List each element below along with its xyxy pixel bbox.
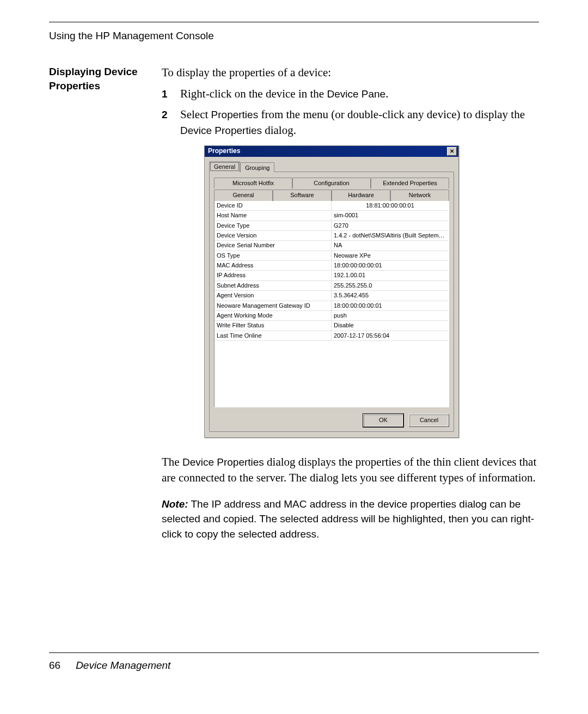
intro-text: To display the properties of a device:	[162, 65, 539, 81]
step-text: from the menu (or double-click any devic…	[258, 108, 525, 121]
header-rule	[49, 22, 539, 22]
prop-val[interactable]: 1.4.2 - dotNet\SMS\Altiris (Built Septem…	[332, 231, 449, 240]
prop-val[interactable]: G270	[332, 221, 449, 230]
close-icon[interactable]: ✕	[447, 147, 457, 156]
prop-val[interactable]: 18:00:00:00:00:01	[332, 301, 449, 310]
dialog-buttons: OK Cancel	[214, 414, 449, 427]
tab-extended-properties[interactable]: Extended Properties	[371, 178, 449, 188]
prop-row: Device ID18:81:00:00:00:01	[215, 201, 449, 211]
side-heading: Displaying Device Properties	[49, 65, 162, 93]
tab-configuration[interactable]: Configuration	[292, 178, 371, 188]
page-footer: 66 Device Management	[49, 652, 539, 672]
note-label: Note:	[162, 498, 188, 510]
prop-key: Write Filter Status	[215, 321, 332, 330]
inner-tab-row: Microsoft Hotfix Configuration Extended …	[214, 176, 449, 201]
prop-val[interactable]: sim-0001	[332, 211, 449, 220]
ui-ref-device-properties: Device Properties	[180, 125, 262, 136]
tab-grouping-outer[interactable]: Grouping	[240, 162, 274, 172]
tab-general-inner[interactable]: General	[214, 190, 273, 200]
property-list: Device ID18:81:00:00:00:01 Host Namesim-…	[214, 200, 449, 407]
step-number: 2	[162, 107, 180, 139]
prop-key: Device ID	[215, 201, 332, 210]
prop-row: Neoware Management Gateway ID18:00:00:00…	[215, 301, 449, 311]
prop-key: Device Type	[215, 221, 332, 230]
prop-row: Device Serial NumberNA	[215, 241, 449, 251]
prop-row: OS TypeNeoware XPe	[215, 251, 449, 261]
prop-key: Neoware Management Gateway ID	[215, 301, 332, 310]
step-text: Right-click on the device in the	[180, 87, 327, 100]
properties-dialog: Properties ✕ General Grouping Microsoft …	[204, 145, 459, 438]
step-text: Select	[180, 108, 211, 121]
prop-key: Last Time Online	[215, 331, 332, 340]
page-number: 66	[49, 660, 60, 672]
prop-val[interactable]: 3.5.3642.455	[332, 291, 449, 300]
step-text: .	[385, 87, 388, 100]
prop-row: Host Namesim-0001	[215, 211, 449, 221]
ui-ref-device-properties: Device Properties	[182, 456, 264, 468]
body-column: To display the properties of a device: 1…	[162, 65, 539, 552]
cancel-button[interactable]: Cancel	[409, 414, 449, 427]
prop-row: Device TypeG270	[215, 221, 449, 231]
prop-row: Write Filter StatusDisable	[215, 321, 449, 331]
prop-key: Agent Version	[215, 291, 332, 300]
prop-val[interactable]: Disable	[332, 321, 449, 330]
screenshot: Properties ✕ General Grouping Microsoft …	[204, 145, 539, 438]
prop-row: Device Version1.4.2 - dotNet\SMS\Altiris…	[215, 231, 449, 241]
prop-key: Device Serial Number	[215, 241, 332, 250]
outer-tab-pane: Microsoft Hotfix Configuration Extended …	[209, 172, 454, 432]
ui-ref-properties: Properties	[211, 109, 259, 120]
ui-ref-device-pane: Device Pane	[327, 88, 385, 100]
prop-key: IP Address	[215, 271, 332, 280]
prop-row: Subnet Address255.255.255.0	[215, 281, 449, 291]
prop-val[interactable]: 255.255.255.0	[332, 281, 449, 290]
prop-key: Device Version	[215, 231, 332, 240]
document-page: Using the HP Management Console Displayi…	[0, 0, 588, 672]
post-screenshot-paragraph: The Device Properties dialog displays th…	[162, 454, 539, 486]
prop-key: Agent Working Mode	[215, 311, 332, 320]
prop-row: Agent Working Modepush	[215, 311, 449, 321]
prop-row: Agent Version3.5.3642.455	[215, 291, 449, 301]
note-paragraph: Note: The IP address and MAC address in …	[162, 497, 539, 542]
outer-tab-row: General Grouping	[209, 161, 454, 172]
prop-val[interactable]: NA	[332, 241, 449, 250]
tab-microsoft-hotfix[interactable]: Microsoft Hotfix	[214, 178, 292, 188]
step-text: dialog.	[262, 124, 296, 137]
prop-val[interactable]: Neoware XPe	[332, 251, 449, 260]
step-1: 1 Right-click on the device in the Devic…	[162, 86, 539, 102]
prop-val[interactable]: 18:81:00:00:00:01	[332, 201, 449, 210]
prop-val[interactable]: 18:00:00:00:00:01	[332, 261, 449, 270]
tab-general-outer[interactable]: General	[209, 161, 240, 172]
prop-row: MAC Address18:00:00:00:00:01	[215, 261, 449, 271]
prop-val[interactable]: 192.1.00.01	[332, 271, 449, 280]
step-2: 2 Select Properties from the menu (or do…	[162, 107, 539, 139]
ok-button[interactable]: OK	[363, 414, 403, 427]
prop-row: IP Address192.1.00.01	[215, 271, 449, 280]
tab-hardware[interactable]: Hardware	[332, 190, 390, 200]
prop-key: Subnet Address	[215, 281, 332, 290]
step-number: 1	[162, 86, 180, 102]
prop-key: OS Type	[215, 251, 332, 260]
dialog-titlebar[interactable]: Properties ✕	[205, 146, 458, 157]
prop-key: MAC Address	[215, 261, 332, 270]
tab-network[interactable]: Network	[390, 190, 449, 200]
tab-software[interactable]: Software	[273, 190, 332, 200]
prop-val[interactable]: push	[332, 311, 449, 320]
note-text: The IP address and MAC address in the de…	[162, 498, 534, 540]
prop-val[interactable]: 2007-12-17 05:56:04	[332, 331, 449, 340]
prop-row: Last Time Online2007-12-17 05:56:04	[215, 331, 449, 341]
dialog-title: Properties	[208, 147, 240, 156]
prop-key: Host Name	[215, 211, 332, 220]
running-header: Using the HP Management Console	[49, 30, 539, 42]
footer-section: Device Management	[76, 660, 170, 672]
